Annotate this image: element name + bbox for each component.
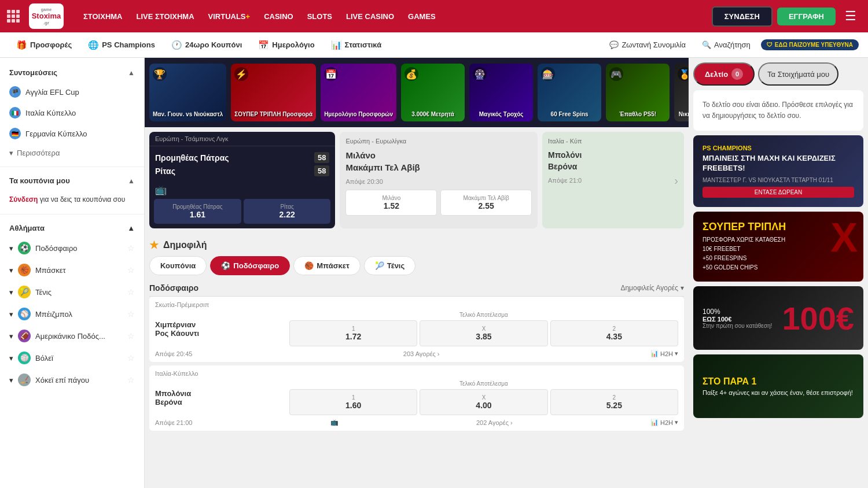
italia-card: Ιταλία - Κύπ Μπολόνι Βερόνα Απόψε 21:0 ›: [542, 132, 684, 228]
sport-item-football[interactable]: ▾ ⚽ Ποδόσφαιρο ☆: [0, 237, 144, 259]
show-more-shortcuts[interactable]: ▾ Περισσότερα: [0, 144, 144, 162]
coupons-header[interactable]: Τα κουπόνια μου ▲: [0, 172, 144, 190]
login-button[interactable]: ΣΥΝΔΕΣΗ: [712, 6, 773, 27]
ita-league: Ιταλία - Κύπ: [548, 138, 678, 145]
banner4-title: ΣΤΟ ΠΑΡΑ 1: [703, 376, 854, 387]
nav-calendar[interactable]: 📅 Ημερολόγιο: [251, 36, 321, 54]
euro-odd1-button[interactable]: Μιλάνο 1.52: [345, 190, 437, 216]
germany-flag: 🇩🇪: [9, 128, 21, 139]
baseball-fav-star[interactable]: ☆: [127, 309, 135, 319]
row1-h2h[interactable]: 📊 H2H ▾: [650, 350, 678, 357]
sport-item-american[interactable]: ▾ 🏈 Αμερικάνικο Ποδός... ☆: [0, 325, 144, 347]
row1-oddX[interactable]: Χ 3.85: [420, 320, 547, 346]
sport-item-basket[interactable]: ▾ 🏀 Μπάσκετ ☆: [0, 259, 144, 281]
nav-bet[interactable]: ΣΤΟΙΧΗΜΑ: [78, 9, 128, 24]
ita-next-arrow[interactable]: ›: [674, 173, 678, 187]
row1-odd1[interactable]: 1 1.72: [289, 320, 417, 346]
row1-odd2[interactable]: 2 4.35: [550, 320, 678, 346]
banner1-pre: PS CHAMPIONS: [703, 145, 854, 151]
signin-link[interactable]: Σύνδεση: [9, 195, 38, 204]
shortcuts-header[interactable]: Συντομεύσεις ▲: [0, 64, 144, 82]
nav-live-casino[interactable]: LIVE CASINO: [340, 9, 400, 24]
row2-odd1[interactable]: 1 1.60: [289, 389, 417, 415]
nav-stats[interactable]: 📊 Στατιστικά: [324, 36, 389, 54]
nav-24h-coupon[interactable]: 🕐 24ωρο Κουπόνι: [164, 36, 249, 54]
banner2-x-decoration: X: [830, 217, 858, 258]
banner-para1[interactable]: ΣΤΟ ΠΑΡΑ 1 Παίξε 4+ αγώνες και αν χάσεις…: [693, 354, 863, 418]
banner4-sub: Παίξε 4+ αγώνες και αν χάσεις έναν, θέσε…: [703, 389, 854, 396]
nav-offers[interactable]: 🎁 Προσφορές: [9, 36, 79, 54]
volei-fav-star[interactable]: ☆: [127, 353, 135, 363]
sidebar-divider-2: [0, 214, 144, 215]
banner1-title: ΜΠΑΙΝΕΙΣ ΣΤΗ ΜΑΧΗ ΚΑΙ ΚΕΡΔΙΖΕΙΣ FREEBETS…: [703, 154, 854, 173]
live-chat[interactable]: 💬 Ζωντανή Συνομιλία: [604, 37, 692, 53]
sport-item-hockey[interactable]: ▾ 🏒 Χόκεϊ επί πάγου ☆: [0, 369, 144, 391]
logo-area[interactable]: game Stoxima .gr: [29, 3, 64, 29]
search-area[interactable]: 🔍 Αναζήτηση: [696, 37, 756, 53]
euro-odd2-button[interactable]: Μακάμπι Τελ Αβίβ 2.55: [440, 190, 532, 216]
match1-odd1-button[interactable]: Προμηθέας Πάτρας 1.61: [154, 199, 241, 224]
sidebar-item-italia[interactable]: 🇮🇹 Ιταλία Κύπελλο: [0, 102, 144, 123]
row2-h2h[interactable]: 📊 H2H ▾: [650, 419, 678, 426]
nav-ps-champions[interactable]: 🌐 PS Champions: [81, 36, 162, 54]
sport-item-tennis[interactable]: ▾ 🎾 Τένις ☆: [0, 281, 144, 303]
baseball-label: Μπέιζμπολ: [35, 310, 72, 319]
football-icon: ⚽: [18, 242, 31, 254]
popular-title: Δημοφιλή: [163, 240, 207, 250]
american-fav-star[interactable]: ☆: [127, 331, 135, 341]
sport-item-volei[interactable]: ▾ 🏐 Βόλεϊ ☆: [0, 347, 144, 369]
sidebar-item-germany[interactable]: 🇩🇪 Γερμανία Κύπελλο: [0, 123, 144, 144]
tab-coupons[interactable]: Κουπόνια: [149, 256, 207, 275]
tab-basket[interactable]: 🏀 Μπάσκετ: [293, 256, 361, 275]
nav-slots[interactable]: SLOTS: [301, 9, 338, 24]
chat-label: Ζωντανή Συνομιλία: [621, 40, 686, 49]
ita-team1: Μπολόνι: [548, 149, 678, 161]
match1-score2: 58: [314, 165, 329, 176]
sidebar-item-efl[interactable]: 🏴 Αγγλία EFL Cup: [0, 82, 144, 102]
hockey-fav-star[interactable]: ☆: [127, 375, 135, 385]
betslip-tab[interactable]: Δελτίο 0: [693, 62, 755, 86]
promo-card-ps5[interactable]: 🎮 Έπαθλο PS5!: [606, 64, 670, 121]
hamburger-icon[interactable]: ☰: [840, 6, 861, 26]
banner-100-bonus[interactable]: 100% ΕΩΣ 100€ Στην πρώτη σου κατάθεση! 1…: [693, 286, 863, 350]
register-button[interactable]: ΕΓΓΡΑΦΗ: [777, 8, 836, 25]
promo-card-cash[interactable]: 💰 3.000€ Μετρητά: [401, 64, 465, 121]
banner-ps-champions[interactable]: PS CHAMPIONS ΜΠΑΙΝΕΙΣ ΣΤΗ ΜΑΧΗ ΚΑΙ ΚΕΡΔΙ…: [693, 135, 863, 207]
promo-card-freespins[interactable]: 🎰 60 Free Spins: [538, 64, 601, 121]
responsible-icon: 🛡: [767, 42, 773, 48]
nav-games[interactable]: GAMES: [402, 9, 442, 24]
sports-header[interactable]: Αθλήματα ▲: [0, 219, 144, 237]
row2-odd2[interactable]: 2 5.25: [550, 389, 678, 415]
football-fav-star[interactable]: ☆: [127, 243, 135, 253]
banner-super-triple[interactable]: ΣΟΥΠΕΡ ΤΡΙΠΛΗ ΠΡΟΣΦΟΡΑ ΧΩΡΙΣ ΚΑΤΑΘΕΣΗ10€…: [693, 212, 863, 282]
featured-match-1: Ευρώπη - Τσάμπιονς Λιγκ Προμηθέας Πάτρας…: [149, 132, 335, 228]
match1-odd1-team: Προμηθέας Πάτρας: [159, 204, 237, 210]
promo-card-weekly[interactable]: 🏅 Νικητής Εβδομάδας: [674, 64, 689, 121]
my-bets-tab[interactable]: Τα Στοιχήματά μου: [758, 62, 838, 86]
basket-fav-star[interactable]: ☆: [127, 265, 135, 275]
nav-live[interactable]: LIVE ΣΤΟΙΧΗΜΑ: [131, 9, 200, 24]
nav-virtuals[interactable]: VIRTUALS+: [203, 9, 256, 24]
promo-card-wheel[interactable]: 🎡 Μαγικός Τροχός: [469, 64, 533, 121]
promo-card-ps-champ[interactable]: 🏆 Μαν. Γιουν. vs Νιούκαστλ: [149, 64, 226, 121]
promo-card-icon-ps: 🏆: [153, 67, 167, 81]
row2-oddX[interactable]: Χ 4.00: [420, 389, 547, 415]
volei-chevron: ▾: [9, 354, 13, 363]
nav-casino[interactable]: CASINO: [258, 9, 299, 24]
main-layout: Συντομεύσεις ▲ 🏴 Αγγλία EFL Cup 🇮🇹 Ιταλί…: [0, 58, 868, 488]
tennis-fav-star[interactable]: ☆: [127, 287, 135, 297]
tab-football[interactable]: ⚽ Ποδόσφαιρο: [210, 256, 290, 275]
row1-more-markets[interactable]: 203 Αγορές ›: [403, 350, 440, 357]
tennis-chevron: ▾: [9, 288, 13, 297]
match1-stream[interactable]: 📺: [149, 182, 335, 199]
promo-card-calendar[interactable]: 📅 Ημερολόγιο Προσφορών: [321, 64, 396, 121]
banner1-cta-button[interactable]: ΕΝΤΑΣΕ ΔΩΡΕΑΝ: [703, 187, 854, 198]
grid-menu-icon[interactable]: [7, 10, 20, 23]
row2-footer: Απόψε 21:00 📺 202 Αγορές › 📊 H2H ▾: [155, 419, 678, 426]
promo-card-super-triple[interactable]: ⚡ ΣΟΥΠΕΡ ΤΡΙΠΛΗ Προσφορά: [231, 64, 316, 121]
popular-markets-toggle[interactable]: Δημοφιλείς Αγορές ▾: [620, 284, 684, 292]
sport-item-baseball[interactable]: ▾ ⚾ Μπέιζμπολ ☆: [0, 303, 144, 325]
match1-odd2-button[interactable]: Ρίτας 2.22: [244, 199, 331, 224]
tab-tennis[interactable]: 🎾 Τένις: [364, 256, 415, 275]
row2-more-markets[interactable]: 202 Αγορές ›: [476, 419, 513, 426]
